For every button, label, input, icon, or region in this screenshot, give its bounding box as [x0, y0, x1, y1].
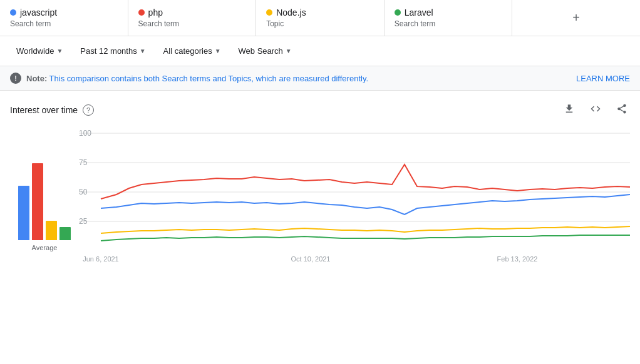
timerange-chevron-icon: ▼ — [140, 48, 146, 54]
chart-title: Interest over time — [10, 105, 78, 115]
laravel-dot — [395, 9, 401, 16]
chart-container: Average 100 75 50 25 — [10, 127, 630, 271]
download-button[interactable] — [561, 101, 577, 119]
bar-javascript — [18, 186, 29, 240]
timerange-label: Past 12 months — [80, 46, 137, 56]
embed-button[interactable] — [587, 101, 604, 119]
term-laravel[interactable]: Laravel Search term — [385, 0, 513, 36]
php-dot — [138, 9, 145, 16]
note-left: ! Note: This comparison contains both Se… — [10, 73, 368, 84]
chart-actions — [561, 101, 630, 119]
php-label: php — [148, 8, 163, 18]
term-javascript[interactable]: javascript Search term — [0, 0, 128, 36]
add-term-button[interactable]: + — [512, 0, 640, 36]
nodejs-dot — [266, 9, 272, 16]
location-label: Worldwide — [16, 46, 54, 56]
line-chart-svg: 100 75 50 25 Jun 6, 2021 Oct 10, 2021 Fe… — [79, 127, 630, 265]
chart-header: Interest over time ? — [10, 101, 630, 119]
timerange-filter[interactable]: Past 12 months ▼ — [74, 43, 152, 59]
bar-nodejs — [46, 221, 57, 240]
term-nodejs[interactable]: Node.js Topic — [256, 0, 385, 36]
learn-more-button[interactable]: LEARN MORE — [576, 74, 630, 83]
svg-text:25: 25 — [79, 217, 88, 226]
svg-text:Feb 13, 2022: Feb 13, 2022 — [497, 255, 538, 263]
categories-filter[interactable]: All categories ▼ — [157, 43, 227, 59]
bar-laravel — [59, 227, 71, 240]
javascript-label: javascript — [20, 8, 57, 18]
svg-text:Jun 6, 2021: Jun 6, 2021 — [83, 255, 119, 263]
location-chevron-icon: ▼ — [56, 48, 63, 54]
line-chart-area: 100 75 50 25 Jun 6, 2021 Oct 10, 2021 Fe… — [79, 127, 630, 266]
bar-chart — [18, 153, 71, 240]
warning-icon: ! — [10, 73, 21, 84]
terms-bar: javascript Search term php Search term N… — [0, 0, 640, 36]
svg-text:50: 50 — [79, 188, 88, 196]
nodejs-type: Topic — [266, 19, 374, 28]
categories-label: All categories — [163, 46, 212, 56]
javascript-type: Search term — [10, 19, 118, 28]
bar-php — [32, 163, 43, 240]
chart-title-row: Interest over time ? — [10, 104, 94, 116]
svg-text:75: 75 — [79, 158, 88, 167]
svg-text:Oct 10, 2021: Oct 10, 2021 — [291, 255, 331, 263]
bar-chart-area: Average — [10, 153, 79, 266]
term-php[interactable]: php Search term — [128, 0, 257, 36]
searchtype-label: Web Search — [239, 46, 283, 56]
note-bar: ! Note: This comparison contains both Se… — [0, 66, 640, 91]
javascript-dot — [10, 9, 16, 16]
bar-average-label: Average — [32, 244, 58, 251]
categories-chevron-icon: ▼ — [215, 48, 221, 54]
chart-section: Interest over time ? — [0, 91, 640, 271]
searchtype-chevron-icon: ▼ — [286, 48, 292, 54]
location-filter[interactable]: Worldwide ▼ — [10, 43, 69, 59]
laravel-label: Laravel — [405, 8, 433, 18]
svg-text:100: 100 — [79, 129, 91, 138]
laravel-type: Search term — [395, 19, 502, 28]
searchtype-filter[interactable]: Web Search ▼ — [232, 43, 298, 59]
php-type: Search term — [138, 19, 246, 28]
help-icon[interactable]: ? — [83, 104, 94, 116]
filters-bar: Worldwide ▼ Past 12 months ▼ All categor… — [0, 36, 640, 66]
share-button[interactable] — [614, 101, 630, 119]
nodejs-label: Node.js — [276, 8, 306, 18]
add-icon: + — [572, 11, 580, 25]
note-text: Note: This comparison contains both Sear… — [26, 74, 368, 83]
